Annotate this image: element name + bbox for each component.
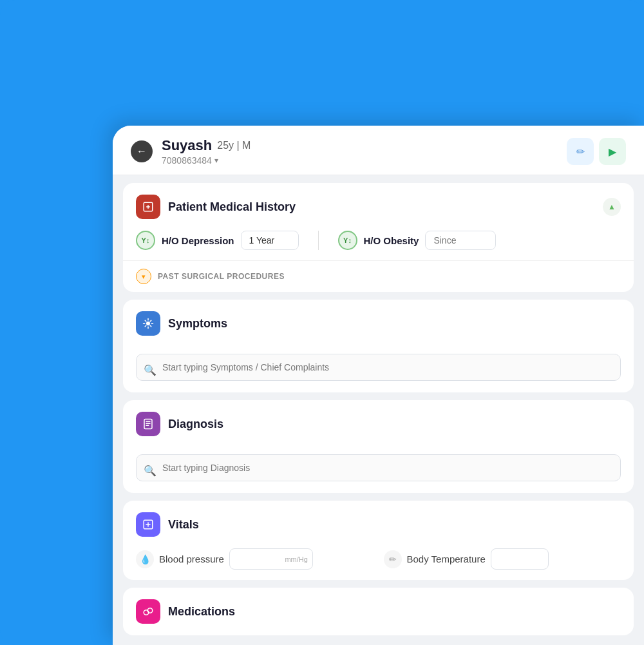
patient-name: Suyash (162, 137, 212, 154)
past-surgical-label: PAST SURGICAL PROCEDURES (158, 272, 285, 281)
collapse-icon: ▲ (608, 202, 616, 211)
medications-title: Medications (168, 605, 621, 619)
video-button[interactable]: ▶ (599, 138, 626, 165)
vitals-title: Vitals (168, 518, 621, 532)
patient-phone: 7080863484 (162, 155, 212, 166)
svg-point-1 (146, 322, 150, 325)
vitals-section: Vitals 💧 Blood pressure mm/Hg (123, 501, 634, 580)
medications-section: Medications (123, 588, 634, 635)
conditions-divider (318, 231, 319, 250)
conditions-row: Y↕ H/O Depression Y↕ H/O Obesity (136, 231, 621, 250)
medical-history-icon (136, 195, 160, 219)
vitals-header: Vitals (123, 501, 634, 548)
condition-1-duration-input[interactable] (241, 231, 299, 250)
symptoms-icon (136, 311, 160, 336)
edit-button[interactable]: ✏ (567, 138, 594, 165)
patient-name-row: Suyash 25y | M (162, 137, 558, 154)
patient-header: ← Suyash 25y | M 7080863484 ▾ ✏ ▶ (113, 126, 644, 175)
blood-pressure-input-wrap: mm/Hg (229, 548, 313, 570)
condition-2-name: H/O Obesity (364, 235, 419, 246)
medical-history-section: Patient Medical History ▲ Y↕ H/O Depress… (123, 183, 634, 292)
diagnosis-search-icon: 🔍 (144, 465, 156, 477)
diagnosis-search-input[interactable] (136, 454, 621, 481)
symptoms-header: Symptoms (123, 300, 634, 347)
symptoms-search-input[interactable] (136, 354, 621, 381)
past-surgical-expand-icon: ▾ (136, 269, 151, 284)
edit-icon: ✏ (576, 146, 585, 158)
medications-icon (136, 599, 160, 624)
body-temperature-input[interactable] (491, 548, 549, 570)
blood-pressure-icon: 💧 (136, 550, 154, 568)
symptoms-search-container: 🔍 (123, 347, 634, 392)
medical-history-header: Patient Medical History ▲ (123, 183, 634, 231)
medical-history-body: Y↕ H/O Depression Y↕ H/O Obesity (123, 231, 634, 260)
diagnosis-header: Diagnosis (123, 400, 634, 448)
vitals-body: 💧 Blood pressure mm/Hg ✏ Body Temperatur… (123, 548, 634, 580)
back-arrow-icon: ← (137, 146, 147, 157)
patient-info: Suyash 25y | M 7080863484 ▾ (162, 137, 558, 166)
back-button[interactable]: ← (131, 140, 153, 162)
diagnosis-title: Diagnosis (168, 418, 621, 431)
patient-age: 25y | M (217, 140, 251, 151)
past-surgical-procedures[interactable]: ▾ PAST SURGICAL PROCEDURES (123, 260, 634, 292)
medical-history-title: Patient Medical History (168, 200, 595, 214)
video-icon: ▶ (609, 146, 616, 158)
vitals-icon (136, 512, 160, 537)
diagnosis-icon (136, 412, 160, 436)
vitals-row: 💧 Blood pressure mm/Hg ✏ Body Temperatur… (136, 548, 621, 570)
body-temperature-label: Body Temperature (407, 554, 486, 564)
body-temperature-item: ✏ Body Temperature (384, 548, 621, 570)
patient-phone-row: 7080863484 ▾ (162, 155, 558, 166)
condition-1-name: H/O Depression (162, 235, 234, 246)
body-temperature-icon: ✏ (384, 550, 402, 568)
condition-1-badge: Y↕ (136, 231, 155, 250)
phone-chevron-icon[interactable]: ▾ (214, 156, 218, 165)
main-content: Patient Medical History ▲ Y↕ H/O Depress… (113, 175, 644, 642)
collapse-medical-history-button[interactable]: ▲ (603, 198, 621, 216)
symptoms-title: Symptoms (168, 317, 621, 331)
blood-pressure-item: 💧 Blood pressure mm/Hg (136, 548, 374, 570)
header-actions: ✏ ▶ (567, 138, 626, 165)
symptoms-search-icon: 🔍 (144, 364, 156, 376)
main-card: ← Suyash 25y | M 7080863484 ▾ ✏ ▶ (113, 126, 644, 645)
diagnosis-section: Diagnosis 🔍 (123, 400, 634, 493)
condition-2-since-input[interactable] (425, 231, 496, 250)
condition-2-badge: Y↕ (338, 231, 357, 250)
diagnosis-search-container: 🔍 (123, 448, 634, 493)
blood-pressure-label: Blood pressure (159, 554, 224, 564)
medications-header: Medications (123, 588, 634, 635)
blood-pressure-unit: mm/Hg (285, 555, 307, 563)
symptoms-section: Symptoms 🔍 (123, 300, 634, 392)
